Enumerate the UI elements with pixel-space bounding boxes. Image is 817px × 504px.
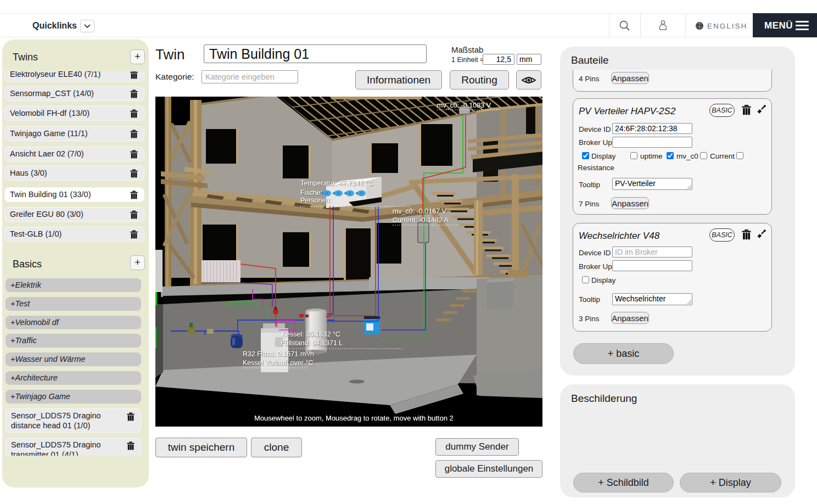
svg-text:Füllstand: 94.1371 L: Füllstand: 94.1371 L [281,339,343,347]
svg-text:Kessel Vorlauf: over °C: Kessel Vorlauf: over °C [243,359,314,367]
svg-text:Fische:: Fische: [300,189,322,197]
svg-text:mv_c0: -0.1083 V: mv_c0: -0.1083 V [437,102,491,109]
svg-text:R32 Fluss: 0.1671 m³/h: R32 Fluss: 0.1671 m³/h [243,350,314,358]
svg-text:Personen:: Personen: [300,197,332,204]
svg-text:Kessel: 35.1632 °C: Kessel: 35.1632 °C [282,331,340,338]
svg-text:mv_c0: -0.0167 V: mv_c0: -0.0167 V [393,208,447,215]
svg-text:Mousewheel to zoom, Mousedrag: Mousewheel to zoom, Mousedrag to rotate,… [254,414,454,422]
svg-text:Current: -0.1482 A: Current: -0.1482 A [393,216,449,224]
svg-text:Temperatur: 47.7146 °C: Temperatur: 47.7146 °C [300,180,373,187]
